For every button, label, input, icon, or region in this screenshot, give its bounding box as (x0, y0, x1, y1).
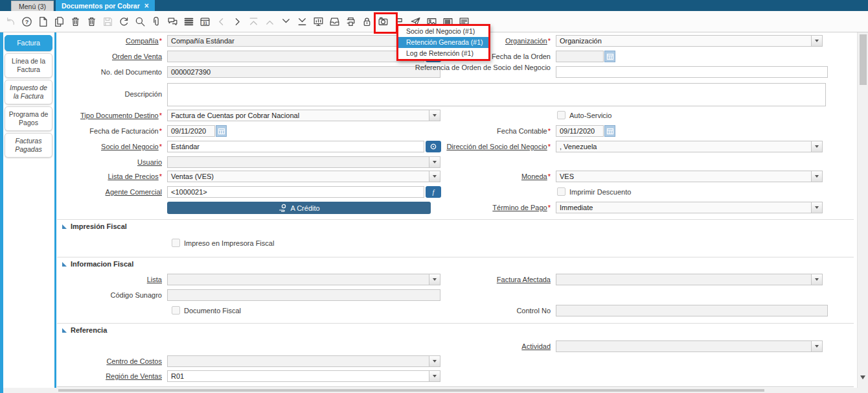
tipo-documento-destino-field[interactable]: Factura de Cuentas por Cobrar Nacional (167, 110, 440, 121)
termino-de-pago-field[interactable]: Immediate (556, 202, 823, 213)
zoom-across-icon[interactable] (376, 15, 390, 29)
attachment-icon[interactable] (150, 15, 163, 29)
fecha-de-facturacion-label: Fecha de Facturación* (57, 125, 162, 137)
report-icon[interactable] (312, 15, 325, 29)
centro-de-costos-field[interactable] (167, 355, 440, 367)
imprimir-descuento-label: Imprimir Descuento (569, 187, 631, 196)
moneda-field[interactable]: VES (556, 171, 823, 182)
dropdown-arrow-icon[interactable] (811, 274, 822, 285)
control-no-field[interactable] (556, 305, 828, 316)
close-icon[interactable] (144, 1, 149, 10)
fecha-de-la-orden-field[interactable] (556, 51, 604, 62)
calendar-picker-icon[interactable] (604, 125, 615, 137)
scroll-down-arrow-icon[interactable] (860, 375, 865, 379)
print-icon[interactable] (344, 15, 358, 29)
tab-menu[interactable]: Menú (3) (11, 1, 54, 11)
codigo-sunagro-label: Código Sunagro (57, 289, 162, 301)
archive-icon[interactable] (328, 15, 341, 29)
dropdown-arrow-icon[interactable] (811, 202, 822, 213)
dropdown-arrow-icon[interactable] (811, 141, 822, 152)
dropdown-arrow-icon[interactable] (429, 371, 440, 381)
organizacion-field[interactable]: Organización (556, 35, 823, 47)
section-informacion-fiscal[interactable]: Informacion Fiscal (62, 259, 133, 268)
parent-record-icon[interactable] (263, 15, 277, 29)
actividad-field[interactable] (556, 340, 823, 352)
socio-del-negocio-field[interactable]: Estándar (167, 141, 424, 152)
sidebar-tab-linea-de-la-factura[interactable]: Línea de la Factura (5, 53, 52, 78)
section-referencia[interactable]: Referencia (62, 326, 107, 335)
horizontal-scrollbar[interactable] (3, 388, 868, 393)
fecha-contable-field[interactable]: 09/11/2020 (556, 125, 604, 137)
dropdown-arrow-icon[interactable] (811, 36, 822, 46)
fecha-de-facturacion-field[interactable]: 09/11/2020 (167, 125, 215, 137)
svg-text:f: f (433, 189, 435, 196)
usuario-field[interactable] (167, 156, 440, 168)
detail-record-icon[interactable] (279, 15, 293, 29)
vertical-scrollbar-thumb[interactable] (860, 34, 867, 85)
credit-hand-coin-icon (278, 204, 287, 213)
refresh-icon[interactable] (117, 15, 131, 29)
imprimir-descuento-checkbox[interactable] (557, 187, 565, 196)
help-icon[interactable]: ? (20, 15, 34, 29)
documento-fiscal-checkbox[interactable] (172, 306, 180, 315)
chat-icon[interactable] (166, 15, 179, 29)
first-record-icon[interactable] (247, 15, 260, 29)
delete-selection-icon[interactable] (85, 15, 98, 29)
menu-item-log-de-retencion[interactable]: Log de Retención (#1) (398, 48, 488, 59)
factura-afectada-label: Factura Afectada (395, 274, 551, 285)
delete-record-icon[interactable] (69, 15, 82, 29)
app-window: Menú (3) Documentos por Cobrar ? 31 (0, 0, 868, 393)
a-credito-button[interactable]: A Crédito (167, 202, 431, 214)
toggle-grid-icon[interactable] (182, 15, 196, 29)
section-divider (57, 323, 854, 324)
descripcion-field[interactable] (167, 83, 826, 106)
dropdown-arrow-icon[interactable] (811, 171, 822, 182)
dropdown-arrow-icon[interactable] (811, 341, 822, 351)
find-icon[interactable] (133, 15, 147, 29)
tipo-documento-destino-label: Tipo Documento Destino* (57, 110, 162, 121)
calendar-picker-icon[interactable] (604, 51, 615, 62)
dropdown-arrow-icon[interactable] (429, 157, 440, 167)
dropdown-arrow-icon[interactable] (429, 110, 440, 121)
tab-label: Documentos por Cobrar (62, 2, 140, 10)
dropdown-arrow-icon[interactable] (429, 356, 440, 366)
section-impresion-fiscal[interactable]: Impresión Fiscal (62, 222, 127, 231)
auto-servicio-checkbox[interactable] (557, 111, 565, 119)
undo-icon[interactable] (4, 15, 17, 29)
fecha-contable-label: Fecha Contable* (395, 125, 551, 137)
region-de-ventas-field[interactable]: R01 (167, 370, 440, 382)
documento-fiscal-label: Documento Fiscal (184, 306, 241, 315)
sidebar-tab-facturas-pagadas[interactable]: Facturas Pagadas (5, 133, 52, 158)
calendar-icon[interactable]: 31 (198, 15, 212, 29)
tab-documentos-por-cobrar[interactable]: Documentos por Cobrar (56, 0, 155, 11)
direccion-socio-field[interactable]: , Venezuela (556, 141, 823, 152)
next-record-icon[interactable] (231, 15, 244, 29)
sidebar-tab-impuesto-de-la-factura[interactable]: Impuesto de la Factura (5, 80, 52, 104)
vertical-scrollbar[interactable] (857, 32, 868, 388)
lock-icon[interactable] (360, 15, 374, 29)
sidebar-tab-factura[interactable]: Factura (5, 35, 52, 51)
control-no-label: Control No (395, 305, 551, 316)
socio-del-negocio-label: Socio del Negocio* (57, 141, 162, 152)
previous-record-icon[interactable] (214, 15, 228, 29)
impreso-en-impresora-fiscal-checkbox[interactable] (172, 239, 180, 247)
agente-search-button[interactable]: f (426, 186, 441, 198)
codigo-sunagro-field[interactable] (167, 289, 440, 301)
calendar-picker-icon[interactable] (216, 125, 227, 137)
invoice-form: Compañía* Compañía Estándar Organización… (57, 32, 858, 388)
referencia-orden-field[interactable] (556, 66, 828, 78)
menu-item-retencion-generada[interactable]: Retención Generada (#1) (398, 37, 488, 48)
svg-text:?: ? (25, 18, 29, 25)
sidebar-tab-programa-de-pagos[interactable]: Programa de Pagos (5, 106, 52, 131)
last-record-icon[interactable] (295, 15, 309, 29)
agente-comercial-field[interactable]: <1000021> (167, 186, 424, 198)
menu-item-socio-del-negocio[interactable]: Socio del Negocio (#1) (398, 26, 488, 37)
orden-de-venta-field[interactable] (167, 51, 424, 62)
no-del-documento-label: No. del Documento (57, 66, 162, 78)
impreso-en-impresora-fiscal-label: Impreso en Impresora Fiscal (184, 239, 274, 248)
horizontal-scrollbar-thumb[interactable] (58, 389, 764, 392)
factura-afectada-field[interactable] (556, 274, 823, 285)
copy-record-icon[interactable] (52, 15, 66, 29)
new-record-icon[interactable] (36, 15, 50, 29)
save-icon[interactable] (101, 15, 115, 29)
